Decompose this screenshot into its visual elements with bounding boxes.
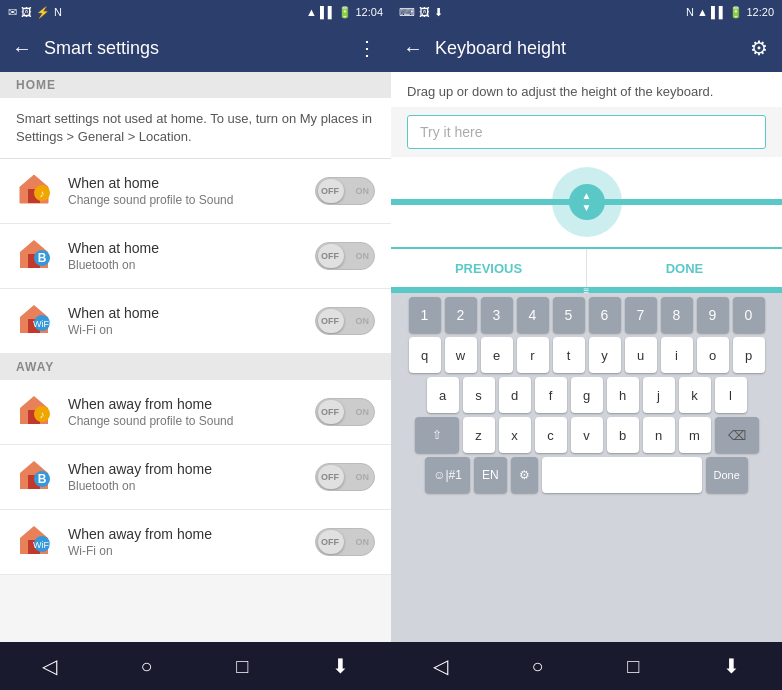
key-d[interactable]: d <box>499 377 531 413</box>
bottom-row: ☺|#1 EN ⚙ Done <box>393 457 780 493</box>
home-bluetooth-subtitle: Bluetooth on <box>68 258 315 272</box>
nav-download-button[interactable]: ⬇ <box>316 646 365 686</box>
away-wifi-item[interactable]: WiFi When away from home Wi-Fi on OFF ON <box>0 510 391 575</box>
right-nav-download-button[interactable]: ⬇ <box>707 646 756 686</box>
away-bluetooth-icon: B <box>16 457 56 497</box>
key-8[interactable]: 8 <box>661 297 693 333</box>
menu-button[interactable]: ⋮ <box>357 36 379 60</box>
away-sound-toggle[interactable]: OFF ON <box>315 398 375 426</box>
key-j[interactable]: j <box>643 377 675 413</box>
key-e[interactable]: e <box>481 337 513 373</box>
home-info-text: Smart settings not used at home. To use,… <box>0 98 391 159</box>
away-sound-subtitle: Change sound profile to Sound <box>68 414 315 428</box>
done-button[interactable]: DONE <box>587 249 782 287</box>
key-t[interactable]: t <box>553 337 585 373</box>
settings-key[interactable]: ⚙ <box>511 457 538 493</box>
away-bluetooth-subtitle: Bluetooth on <box>68 479 315 493</box>
nav-back-button[interactable]: ◁ <box>26 646 73 686</box>
away-toggle-off-sound: OFF <box>321 407 339 417</box>
key-2[interactable]: 2 <box>445 297 477 333</box>
keyboard-height-slider[interactable]: ▲ ▼ <box>391 157 782 247</box>
key-6[interactable]: 6 <box>589 297 621 333</box>
away-sound-item[interactable]: ♪ When away from home Change sound profi… <box>0 380 391 445</box>
key-m[interactable]: m <box>679 417 711 453</box>
key-7[interactable]: 7 <box>625 297 657 333</box>
zxcv-row: ⇧ z x c v b n m ⌫ <box>393 417 780 453</box>
emoji-key[interactable]: ☺|#1 <box>425 457 470 493</box>
home-section-header: HOME <box>0 72 391 98</box>
key-b[interactable]: b <box>607 417 639 453</box>
away-wifi-subtitle: Wi-Fi on <box>68 544 315 558</box>
shift-key[interactable]: ⇧ <box>415 417 459 453</box>
key-u[interactable]: u <box>625 337 657 373</box>
right-panel: ⌨ 🖼 ⬇ N ▲ ▌▌ 🔋 12:20 ← Keyboard height ⚙… <box>391 0 782 690</box>
key-g[interactable]: g <box>571 377 603 413</box>
svg-text:B: B <box>38 472 47 486</box>
nav-home-button[interactable]: ○ <box>125 647 169 686</box>
home-sound-toggle[interactable]: OFF ON <box>315 177 375 205</box>
key-3[interactable]: 3 <box>481 297 513 333</box>
right-nav-back-button[interactable]: ◁ <box>417 646 464 686</box>
bluetooth-status-icon: ⚡ <box>36 6 50 19</box>
right-bottom-nav: ◁ ○ □ ⬇ <box>391 642 782 690</box>
key-5[interactable]: 5 <box>553 297 585 333</box>
home-bluetooth-item[interactable]: B When at home Bluetooth on OFF ON <box>0 224 391 289</box>
slider-handle[interactable]: ▲ ▼ <box>552 167 622 237</box>
toggle-off-label-bt: OFF <box>321 251 339 261</box>
key-r[interactable]: r <box>517 337 549 373</box>
home-sound-item[interactable]: ♪ When at home Change sound profile to S… <box>0 159 391 224</box>
keyboard-instructions: Drag up or down to adjust the height of … <box>391 72 782 107</box>
away-wifi-toggle[interactable]: OFF ON <box>315 528 375 556</box>
right-nav-home-button[interactable]: ○ <box>516 647 560 686</box>
previous-button[interactable]: PREVIOUS <box>391 249 586 287</box>
right-back-button[interactable]: ← <box>403 37 423 60</box>
away-bluetooth-toggle[interactable]: OFF ON <box>315 463 375 491</box>
nav-recents-button[interactable]: □ <box>220 647 264 686</box>
key-i[interactable]: i <box>661 337 693 373</box>
key-q[interactable]: q <box>409 337 441 373</box>
slider-inner: ▲ ▼ <box>569 184 605 220</box>
key-n[interactable]: n <box>643 417 675 453</box>
back-button[interactable]: ← <box>12 37 32 60</box>
key-f[interactable]: f <box>535 377 567 413</box>
signal-icon: ▌▌ <box>320 6 336 18</box>
right-page-title: Keyboard height <box>435 38 750 59</box>
key-x[interactable]: x <box>499 417 531 453</box>
backspace-key[interactable]: ⌫ <box>715 417 759 453</box>
key-o[interactable]: o <box>697 337 729 373</box>
key-y[interactable]: y <box>589 337 621 373</box>
page-title: Smart settings <box>44 38 357 59</box>
key-a[interactable]: a <box>427 377 459 413</box>
key-p[interactable]: p <box>733 337 765 373</box>
kb-done-key[interactable]: Done <box>706 457 748 493</box>
img-icon-right: 🖼 <box>419 6 430 18</box>
battery-icon-right: 🔋 <box>729 6 743 19</box>
lang-key[interactable]: EN <box>474 457 507 493</box>
away-bluetooth-item[interactable]: B When away from home Bluetooth on OFF O… <box>0 445 391 510</box>
away-wifi-icon: WiFi <box>16 522 56 562</box>
right-nav-recents-button[interactable]: □ <box>611 647 655 686</box>
right-status-icons-right: N ▲ ▌▌ 🔋 12:20 <box>686 6 774 19</box>
left-panel: ✉ 🖼 ⚡ N ▲ ▌▌ 🔋 12:04 ← Smart settings ⋮ … <box>0 0 391 690</box>
download-icon: ⬇ <box>434 6 443 19</box>
key-l[interactable]: l <box>715 377 747 413</box>
key-z[interactable]: z <box>463 417 495 453</box>
home-bluetooth-toggle[interactable]: OFF ON <box>315 242 375 270</box>
key-s[interactable]: s <box>463 377 495 413</box>
key-4[interactable]: 4 <box>517 297 549 333</box>
key-k[interactable]: k <box>679 377 711 413</box>
key-1[interactable]: 1 <box>409 297 441 333</box>
try-input-field[interactable]: Try it here <box>407 115 766 149</box>
home-wifi-item[interactable]: WiFi When at home Wi-Fi on OFF ON <box>0 289 391 354</box>
key-9[interactable]: 9 <box>697 297 729 333</box>
right-settings-button[interactable]: ⚙ <box>750 36 770 60</box>
keyboard-actions-bar: PREVIOUS DONE <box>391 247 782 287</box>
key-v[interactable]: v <box>571 417 603 453</box>
key-h[interactable]: h <box>607 377 639 413</box>
key-0[interactable]: 0 <box>733 297 765 333</box>
home-wifi-toggle[interactable]: OFF ON <box>315 307 375 335</box>
key-c[interactable]: c <box>535 417 567 453</box>
space-key[interactable] <box>542 457 702 493</box>
key-w[interactable]: w <box>445 337 477 373</box>
asdf-row: a s d f g h j k l <box>393 377 780 413</box>
